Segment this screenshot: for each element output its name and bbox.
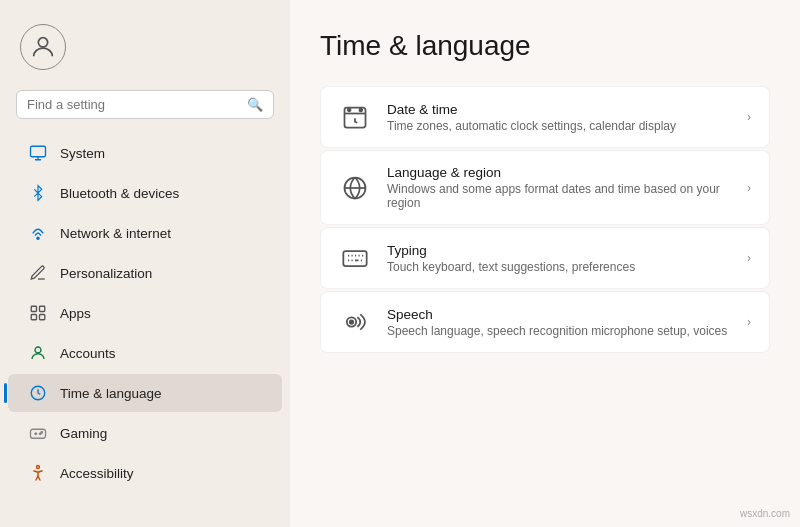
sidebar-item-label-time: Time & language: [60, 386, 162, 401]
settings-item-text-language: Language & region Windows and some apps …: [387, 165, 731, 210]
svg-point-15: [359, 109, 362, 112]
svg-rect-5: [31, 315, 36, 320]
network-icon: [28, 223, 48, 243]
svg-point-11: [41, 432, 43, 434]
settings-item-desc-language: Windows and some apps format dates and t…: [387, 182, 731, 210]
bluetooth-icon: [28, 183, 48, 203]
chevron-right-icon: ›: [747, 181, 751, 195]
svg-rect-6: [40, 315, 45, 320]
settings-item-language[interactable]: Language & region Windows and some apps …: [320, 150, 770, 225]
date-time-icon: [339, 101, 371, 133]
settings-item-typing[interactable]: Typing Touch keyboard, text suggestions,…: [320, 227, 770, 289]
sidebar-item-accessibility[interactable]: Accessibility: [8, 454, 282, 492]
gaming-icon: [28, 423, 48, 443]
svg-point-2: [37, 237, 39, 239]
chevron-right-icon: ›: [747, 315, 751, 329]
avatar: [20, 24, 66, 70]
svg-rect-4: [40, 306, 45, 311]
svg-point-14: [348, 109, 351, 112]
accessibility-icon: [28, 463, 48, 483]
sidebar-item-label-network: Network & internet: [60, 226, 171, 241]
sidebar-item-label-accounts: Accounts: [60, 346, 116, 361]
settings-item-desc-speech: Speech language, speech recognition micr…: [387, 324, 731, 338]
system-icon: [28, 143, 48, 163]
sidebar-item-label-gaming: Gaming: [60, 426, 107, 441]
sidebar-item-label-accessibility: Accessibility: [60, 466, 134, 481]
settings-item-text-speech: Speech Speech language, speech recogniti…: [387, 307, 731, 338]
search-icon: 🔍: [247, 97, 263, 112]
svg-rect-9: [31, 429, 46, 438]
sidebar-item-label-system: System: [60, 146, 105, 161]
typing-icon: [339, 242, 371, 274]
settings-item-desc-date-time: Time zones, automatic clock settings, ca…: [387, 119, 731, 133]
sidebar-item-system[interactable]: System: [8, 134, 282, 172]
sidebar-item-accounts[interactable]: Accounts: [8, 334, 282, 372]
svg-rect-1: [31, 146, 46, 157]
sidebar-item-bluetooth[interactable]: Bluetooth & devices: [8, 174, 282, 212]
settings-item-title-date-time: Date & time: [387, 102, 731, 117]
svg-rect-3: [31, 306, 36, 311]
settings-item-text-typing: Typing Touch keyboard, text suggestions,…: [387, 243, 731, 274]
settings-item-desc-typing: Touch keyboard, text suggestions, prefer…: [387, 260, 731, 274]
settings-item-text-date-time: Date & time Time zones, automatic clock …: [387, 102, 731, 133]
search-box[interactable]: 🔍: [16, 90, 274, 119]
sidebar-item-gaming[interactable]: Gaming: [8, 414, 282, 452]
svg-point-0: [38, 38, 47, 47]
personalization-icon: [28, 263, 48, 283]
search-input[interactable]: [27, 97, 239, 112]
sidebar-item-label-personalization: Personalization: [60, 266, 152, 281]
sidebar-item-label-bluetooth: Bluetooth & devices: [60, 186, 179, 201]
apps-icon: [28, 303, 48, 323]
sidebar-item-personalization[interactable]: Personalization: [8, 254, 282, 292]
settings-item-title-speech: Speech: [387, 307, 731, 322]
chevron-right-icon: ›: [747, 110, 751, 124]
svg-rect-17: [343, 251, 366, 266]
user-icon: [29, 33, 57, 61]
watermark: wsxdn.com: [740, 508, 790, 519]
main-content: Time & language Date & time Time zones, …: [290, 0, 800, 527]
settings-item-speech[interactable]: Speech Speech language, speech recogniti…: [320, 291, 770, 353]
settings-item-date-time[interactable]: Date & time Time zones, automatic clock …: [320, 86, 770, 148]
sidebar-item-network[interactable]: Network & internet: [8, 214, 282, 252]
svg-point-12: [37, 466, 40, 469]
sidebar-item-label-apps: Apps: [60, 306, 91, 321]
settings-item-title-typing: Typing: [387, 243, 731, 258]
settings-item-title-language: Language & region: [387, 165, 731, 180]
accounts-icon: [28, 343, 48, 363]
language-icon: [339, 172, 371, 204]
sidebar-item-apps[interactable]: Apps: [8, 294, 282, 332]
settings-list: Date & time Time zones, automatic clock …: [320, 86, 770, 353]
svg-point-7: [35, 347, 41, 353]
svg-point-19: [350, 320, 354, 324]
time-icon: [28, 383, 48, 403]
nav-list: System Bluetooth & devices Network & int…: [0, 133, 290, 527]
speech-icon: [339, 306, 371, 338]
chevron-right-icon: ›: [747, 251, 751, 265]
user-section: [0, 10, 290, 84]
sidebar-item-time[interactable]: Time & language: [8, 374, 282, 412]
sidebar: 🔍 System Bluetooth & devices: [0, 0, 290, 527]
page-title: Time & language: [320, 30, 770, 62]
